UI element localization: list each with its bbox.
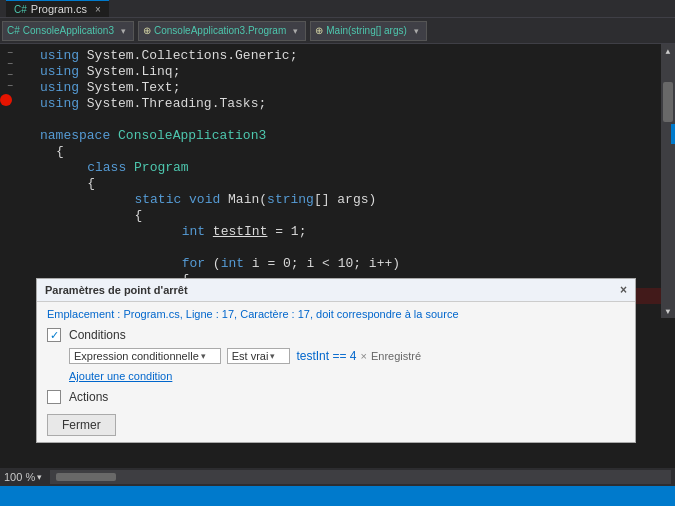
fermer-button[interactable]: Fermer <box>47 414 116 436</box>
collapse-namespace[interactable]: − <box>0 48 20 59</box>
bp-panel-body: Emplacement : Program.cs, Ligne : 17, Ca… <box>37 302 635 442</box>
code-text: System.Threading.Tasks; <box>79 96 266 112</box>
code-text <box>56 160 87 176</box>
code-line: { <box>40 208 675 224</box>
horizontal-scrollbar[interactable] <box>50 470 671 484</box>
code-text <box>126 160 134 176</box>
condition-type-select[interactable]: Expression conditionnelle ▾ <box>69 348 221 364</box>
vertical-scrollbar[interactable]: ▲ ▼ <box>661 44 675 318</box>
nav-arrow1: ▾ <box>121 26 126 36</box>
add-condition-link[interactable]: Ajouter une condition <box>69 370 625 382</box>
code-text: System.Linq; <box>79 64 180 80</box>
code-line: int testInt = 1; <box>40 224 675 240</box>
keyword: namespace <box>40 128 110 144</box>
nav-icon3: ⊕ <box>315 25 323 36</box>
code-text <box>205 224 213 240</box>
code-line: { <box>40 176 675 192</box>
keyword: class <box>87 160 126 176</box>
tab-close-button[interactable]: × <box>95 4 101 15</box>
collapse-for[interactable]: − <box>0 81 20 92</box>
zoom-arrow[interactable]: ▾ <box>37 472 42 482</box>
keyword: static <box>134 192 181 208</box>
code-line: using System.Text; <box>40 80 675 96</box>
collapse-class[interactable]: − <box>0 59 20 70</box>
code-text: { <box>72 208 142 224</box>
code-line: class Program <box>40 160 675 176</box>
file-tab[interactable]: C# Program.cs × <box>6 0 109 17</box>
code-line: for (int i = 0; i < 10; i++) <box>40 256 675 272</box>
status-bar <box>0 486 675 506</box>
keyword: using <box>40 64 79 80</box>
code-line: { <box>40 144 675 160</box>
code-line: namespace ConsoleApplication3 <box>40 128 675 144</box>
editor: − − − − using System.Collections.Generic… <box>0 44 675 318</box>
code-line: static void Main(string[] args) <box>40 192 675 208</box>
keyword: using <box>40 96 79 112</box>
nav-type-dropdown[interactable]: ⊕ ConsoleApplication3.Program ▾ <box>138 21 306 41</box>
condition-op-arrow: ▾ <box>270 351 275 361</box>
file-icon: C# <box>14 4 27 15</box>
code-text: Main( <box>220 192 267 208</box>
nav-item1-label: ConsoleApplication3 <box>23 25 114 36</box>
bottom-bar: 100 % ▾ <box>0 468 675 486</box>
zoom-area: 100 % ▾ <box>0 471 46 483</box>
keyword: using <box>40 48 79 64</box>
code-text: { <box>56 144 64 160</box>
condition-op-label: Est vrai <box>232 350 269 362</box>
bp-location: Emplacement : Program.cs, Ligne : 17, Ca… <box>47 308 625 320</box>
title-bar: C# Program.cs × <box>0 0 675 18</box>
zoom-value: 100 % <box>4 471 35 483</box>
bp-cond-detail: Expression conditionnelle ▾ Est vrai ▾ t… <box>69 348 625 364</box>
nav-item2-label: ConsoleApplication3.Program <box>154 25 286 36</box>
variable-name: testInt <box>213 224 268 240</box>
code-text <box>72 192 134 208</box>
actions-checkbox[interactable] <box>47 390 61 404</box>
code-line <box>40 112 675 128</box>
cond-clear-button[interactable]: × <box>360 350 366 362</box>
nav-bar: C# ConsoleApplication3 ▾ ⊕ ConsoleApplic… <box>0 18 675 44</box>
editor-gutter: − − − − <box>0 44 20 318</box>
condition-type-arrow: ▾ <box>201 351 206 361</box>
breakpoint-marker[interactable] <box>0 94 12 106</box>
bp-actions-row: Actions <box>47 390 625 404</box>
code-text <box>181 192 189 208</box>
actions-label: Actions <box>69 390 108 404</box>
bp-location-value: Program.cs, Ligne : 17, Caractère : 17, … <box>123 308 458 320</box>
bp-location-label: Emplacement : <box>47 308 120 320</box>
cond-expression[interactable]: testInt == 4 <box>296 349 356 363</box>
scroll-down-button[interactable]: ▼ <box>661 304 675 318</box>
nav-icon2: ⊕ <box>143 25 151 36</box>
keyword: for <box>182 256 205 272</box>
conditions-checkbox[interactable]: ✓ <box>47 328 61 342</box>
namespace-name: ConsoleApplication3 <box>118 128 266 144</box>
condition-op-select[interactable]: Est vrai ▾ <box>227 348 291 364</box>
breakpoint-settings-panel: Paramètres de point d'arrêt × Emplacemen… <box>36 278 636 443</box>
nav-icon1: C# <box>7 25 20 36</box>
code-text: ( <box>205 256 221 272</box>
bp-footer: Fermer <box>47 414 625 436</box>
condition-type-label: Expression conditionnelle <box>74 350 199 362</box>
bp-panel-header: Paramètres de point d'arrêt × <box>37 279 635 302</box>
scroll-up-button[interactable]: ▲ <box>661 44 675 58</box>
code-line: using System.Collections.Generic; <box>40 48 675 64</box>
code-text: { <box>56 176 95 192</box>
code-text: [] args) <box>314 192 376 208</box>
bp-expr-area: testInt == 4 × Enregistré <box>296 349 421 363</box>
code-text <box>88 256 182 272</box>
cond-saved-label: Enregistré <box>371 350 421 362</box>
nav-member-dropdown[interactable]: ⊕ Main(string[] args) ▾ <box>310 21 427 41</box>
code-line: using System.Threading.Tasks; <box>40 96 675 112</box>
code-text: System.Text; <box>79 80 180 96</box>
bp-close-icon[interactable]: × <box>620 283 627 297</box>
nav-arrow3: ▾ <box>414 26 419 36</box>
code-line: using System.Linq; <box>40 64 675 80</box>
bp-title: Paramètres de point d'arrêt <box>45 284 188 296</box>
nav-class-dropdown[interactable]: C# ConsoleApplication3 ▾ <box>2 21 134 41</box>
code-text: System.Collections.Generic; <box>79 48 297 64</box>
class-name: Program <box>134 160 189 176</box>
keyword: using <box>40 80 79 96</box>
collapse-method[interactable]: − <box>0 70 20 81</box>
scrollbar-thumb[interactable] <box>663 82 673 122</box>
bp-conditions-row: ✓ Conditions <box>47 328 625 342</box>
h-scrollbar-thumb[interactable] <box>56 473 116 481</box>
